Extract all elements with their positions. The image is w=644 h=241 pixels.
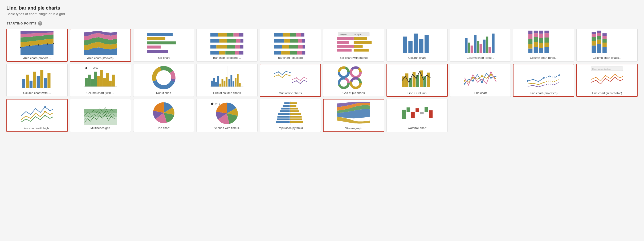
chart-line-projected[interactable]: Line chart (projected) <box>513 64 574 97</box>
svg-rect-253 <box>290 110 299 112</box>
svg-point-135 <box>85 67 87 69</box>
svg-rect-212 <box>427 73 430 87</box>
svg-point-215 <box>472 80 474 82</box>
chart-grid-column[interactable]: Grid of column charts <box>196 64 258 97</box>
svg-point-192 <box>341 70 346 75</box>
svg-rect-263 <box>406 107 410 112</box>
svg-rect-256 <box>278 116 290 118</box>
chart-pie-time[interactable]: 2019 Pie chart with time s... <box>196 99 258 132</box>
chart-label: Line + Column <box>389 92 446 95</box>
svg-rect-246 <box>284 102 290 104</box>
chart-grid-line[interactable]: Grid of line charts <box>260 64 321 97</box>
chart-label: Line chart (with high... <box>9 127 66 130</box>
svg-rect-79 <box>470 45 473 53</box>
svg-text:2019: 2019 <box>215 103 220 106</box>
svg-rect-247 <box>290 102 297 104</box>
svg-rect-94 <box>534 42 538 47</box>
chart-line-high[interactable]: Line chart (with high... <box>6 99 68 132</box>
svg-rect-101 <box>539 34 543 38</box>
svg-rect-55 <box>274 51 281 55</box>
svg-rect-157 <box>219 84 221 87</box>
chart-bar-menu[interactable]: Group A Group B Bar chart (with menu) <box>323 29 384 62</box>
chart-bar[interactable]: Bar chart <box>133 29 194 62</box>
svg-rect-20 <box>210 33 218 37</box>
svg-rect-74 <box>419 39 423 53</box>
svg-point-200 <box>341 81 346 85</box>
svg-rect-139 <box>94 72 97 87</box>
chart-pie[interactable]: Pie chart <box>133 99 194 132</box>
svg-rect-131 <box>44 78 47 88</box>
chart-label: Bar chart <box>135 56 193 59</box>
chart-column[interactable]: Column chart <box>386 29 448 62</box>
svg-point-172 <box>282 74 283 75</box>
svg-rect-96 <box>534 33 538 37</box>
svg-point-238 <box>44 111 46 113</box>
svg-point-6 <box>29 45 30 47</box>
svg-rect-119 <box>602 47 607 53</box>
chart-area-proportional[interactable]: Area chart (proporti... <box>6 29 68 62</box>
svg-rect-95 <box>534 37 538 42</box>
svg-rect-162 <box>229 79 230 87</box>
svg-rect-65 <box>337 41 349 44</box>
chart-column-prop[interactable]: Column chart (prop... <box>513 29 574 62</box>
svg-rect-113 <box>592 32 596 34</box>
svg-rect-64 <box>354 37 367 40</box>
chart-donut[interactable]: Donut chart <box>133 64 194 97</box>
svg-rect-15 <box>147 33 173 36</box>
svg-rect-21 <box>218 33 227 37</box>
svg-rect-123 <box>602 33 607 36</box>
svg-rect-208 <box>413 72 415 87</box>
svg-rect-115 <box>597 40 601 44</box>
svg-rect-251 <box>290 108 298 110</box>
svg-rect-254 <box>278 113 290 115</box>
svg-point-239 <box>44 115 46 117</box>
svg-rect-257 <box>290 116 302 118</box>
svg-point-216 <box>481 81 483 83</box>
chart-label: Population pyramid <box>262 126 319 130</box>
svg-point-177 <box>282 77 283 78</box>
svg-rect-26 <box>219 39 227 43</box>
svg-rect-138 <box>91 79 94 87</box>
svg-rect-117 <box>597 33 601 36</box>
svg-rect-156 <box>217 76 219 86</box>
svg-rect-35 <box>210 51 219 55</box>
chart-line-column[interactable]: Line + Column <box>386 64 448 97</box>
chart-column-with2[interactable]: 2019 Column chart (with ... <box>70 64 131 97</box>
svg-text:Group A: Group A <box>339 33 347 36</box>
chart-bar-prop[interactable]: Bar chart (proportio... <box>196 29 258 62</box>
svg-rect-63 <box>337 37 354 40</box>
chart-column-stacked[interactable]: Column chart (stack... <box>576 29 638 62</box>
svg-rect-51 <box>282 45 289 49</box>
svg-rect-143 <box>106 73 109 87</box>
help-icon[interactable]: ? <box>38 21 42 26</box>
chart-column-grouped[interactable]: Column chart (grou... <box>450 29 511 62</box>
svg-point-186 <box>300 83 301 84</box>
svg-rect-88 <box>528 49 533 53</box>
svg-point-174 <box>290 72 291 73</box>
chart-label: Pie chart with time s... <box>198 126 256 130</box>
svg-rect-90 <box>528 39 533 44</box>
chart-waterfall[interactable]: Waterfall chart <box>386 99 448 132</box>
chart-line-searchable[interactable]: Enter series to show Line chart (searcha… <box>576 64 638 97</box>
svg-point-173 <box>286 71 287 72</box>
chart-streamgraph[interactable]: Streamgraph <box>323 99 384 132</box>
svg-rect-43 <box>296 33 301 37</box>
chart-area-stacked[interactable]: Area chart (stacked) <box>70 29 131 62</box>
svg-rect-45 <box>274 39 284 43</box>
svg-rect-57 <box>290 51 297 55</box>
svg-rect-77 <box>465 38 467 53</box>
chart-multiseries[interactable]: Multiseries grid <box>70 99 131 132</box>
chart-bar-stacked[interactable]: Bar chart (stacked) <box>260 29 321 62</box>
svg-rect-248 <box>283 105 290 107</box>
svg-point-214 <box>463 83 465 85</box>
chart-line[interactable]: Line chart <box>450 64 511 97</box>
chart-column-with[interactable]: Column chart (with ... <box>6 64 68 97</box>
svg-point-171 <box>278 71 279 73</box>
svg-rect-109 <box>592 45 596 53</box>
chart-population[interactable]: Population pyramid <box>260 99 321 132</box>
svg-point-227 <box>554 77 556 78</box>
svg-rect-129 <box>37 76 40 88</box>
chart-grid-pie[interactable]: Grid of pie charts <box>323 64 384 97</box>
svg-rect-127 <box>30 81 32 88</box>
svg-rect-42 <box>290 33 296 37</box>
